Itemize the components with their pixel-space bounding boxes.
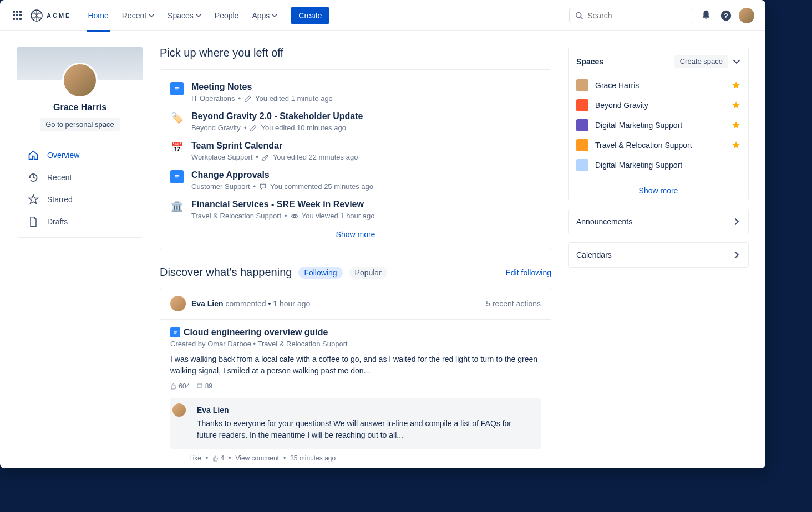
sidenav-drafts[interactable]: Drafts — [22, 211, 138, 233]
feed-author[interactable]: Eva Lien — [191, 299, 224, 308]
spaces-panel-title: Spaces — [576, 57, 603, 66]
pickup-item[interactable]: 🏛️ Financial Services - SRE Week in Revi… — [170, 195, 541, 224]
space-icon — [576, 159, 588, 171]
svg-rect-8 — [175, 176, 179, 177]
logo-text: ACME — [47, 12, 71, 19]
chevron-down-icon — [149, 13, 154, 18]
svg-rect-7 — [175, 175, 179, 176]
space-icon — [576, 99, 588, 111]
doc-title[interactable]: Team Sprint Calendar — [191, 141, 541, 151]
sidenav-recent[interactable]: Recent — [22, 166, 138, 188]
svg-text:?: ? — [724, 11, 728, 19]
announcements-toggle[interactable]: Announcements — [569, 209, 748, 234]
comment-time: 35 minutes ago — [290, 454, 336, 462]
star-icon[interactable]: ★ — [732, 139, 740, 151]
feed-excerpt: I was walking back from a local cafe wit… — [170, 354, 541, 377]
space-item[interactable]: Travel & Relocation Support ★ — [576, 135, 740, 155]
spaces-show-more[interactable]: Show more — [569, 181, 748, 201]
logo-mark-icon — [30, 9, 43, 22]
space-name: Travel & Relocation Support — [595, 141, 725, 150]
emoji-icon: 🏷️ — [170, 111, 184, 125]
home-icon — [27, 149, 39, 161]
space-icon — [576, 79, 588, 91]
space-name: Beyond Gravity — [595, 101, 725, 110]
pickup-title: Pick up where you left off — [160, 47, 551, 59]
pickup-item[interactable]: Meeting Notes IT Operations • You edited… — [170, 78, 541, 107]
pickup-item[interactable]: Change Approvals Customer Support • You … — [170, 166, 541, 195]
emoji-icon: 📅 — [170, 141, 184, 154]
nav-recent[interactable]: Recent — [116, 8, 160, 23]
pickup-item[interactable]: 🏷️ Beyond Gravity 2.0 - Stakeholder Upda… — [170, 107, 541, 136]
comment-text: Thanks to everyone for your questions! W… — [197, 418, 533, 441]
chevron-down-icon — [272, 13, 277, 18]
space-name: Digital Marketing Support — [595, 121, 725, 130]
pickup-show-more[interactable]: Show more — [170, 224, 541, 241]
svg-rect-13 — [174, 333, 176, 334]
view-comment-link[interactable]: View comment — [235, 454, 278, 462]
profile-avatar-large[interactable] — [62, 63, 98, 98]
spaces-expand-button[interactable] — [733, 58, 740, 65]
space-icon — [576, 119, 588, 131]
feed-count: 5 recent actions — [486, 299, 541, 308]
pickup-item[interactable]: 📅 Team Sprint Calendar Workplace Support… — [170, 136, 541, 166]
user-avatar[interactable] — [170, 296, 186, 311]
space-item[interactable]: Beyond Gravity ★ — [576, 95, 740, 115]
nav-spaces[interactable]: Spaces — [162, 8, 207, 23]
sidenav-overview[interactable]: Overview — [22, 144, 138, 166]
help-icon[interactable]: ? — [719, 8, 733, 23]
notifications-icon[interactable] — [699, 8, 713, 23]
star-icon[interactable]: ★ — [732, 99, 740, 111]
edit-following-link[interactable]: Edit following — [506, 268, 552, 277]
svg-point-10 — [293, 215, 296, 217]
chevron-down-icon — [196, 13, 201, 18]
profile-banner — [17, 47, 143, 80]
comment-count[interactable]: 89 — [196, 382, 212, 390]
spaces-panel: Spaces Create space Grace Harris ★ Beyon… — [568, 47, 749, 201]
search-box[interactable] — [569, 8, 693, 23]
svg-rect-5 — [175, 88, 179, 89]
logo[interactable]: ACME — [30, 9, 71, 22]
app-switcher-icon[interactable] — [11, 9, 24, 22]
personal-space-link[interactable]: Go to personal space — [40, 118, 120, 131]
star-icon[interactable]: ★ — [732, 79, 740, 91]
comment-avatar[interactable] — [172, 403, 186, 417]
space-item[interactable]: Grace Harris ★ — [576, 75, 740, 95]
space-item[interactable]: Digital Marketing Support ★ — [576, 115, 740, 135]
feed-doc-title[interactable]: Cloud engineering overview guide — [170, 327, 541, 337]
space-icon — [576, 139, 588, 151]
sidenav-starred[interactable]: Starred — [22, 188, 138, 211]
svg-rect-9 — [175, 178, 178, 178]
create-button[interactable]: Create — [291, 7, 329, 24]
profile-card: Grace Harris Go to personal space Overvi… — [17, 47, 143, 238]
feed-head: Eva Lien commented • 1 hour ago 5 recent… — [160, 288, 551, 320]
tab-following[interactable]: Following — [298, 267, 342, 279]
comment-like-count[interactable]: 4 — [212, 454, 224, 462]
page-icon — [170, 82, 184, 95]
search-input[interactable] — [587, 11, 687, 20]
space-name: Digital Marketing Support — [595, 161, 740, 170]
space-item[interactable]: Digital Marketing Support — [576, 155, 740, 175]
like-count[interactable]: 604 — [170, 382, 190, 390]
doc-title[interactable]: Change Approvals — [191, 170, 541, 180]
star-icon[interactable]: ★ — [732, 119, 740, 131]
doc-title[interactable]: Meeting Notes — [191, 82, 541, 92]
comment-like-button[interactable]: Like — [189, 454, 201, 462]
create-space-button[interactable]: Create space — [674, 55, 728, 68]
chevron-right-icon — [733, 218, 740, 226]
pickup-panel: Meeting Notes IT Operations • You edited… — [160, 69, 551, 249]
clock-icon — [27, 171, 39, 183]
doc-title[interactable]: Beyond Gravity 2.0 - Stakeholder Update — [191, 111, 541, 121]
tab-popular[interactable]: Popular — [349, 267, 387, 279]
nav-apps[interactable]: Apps — [246, 8, 283, 23]
top-navigation: ACME Home Recent Spaces People Apps Crea… — [0, 0, 765, 31]
svg-point-1 — [576, 12, 581, 17]
svg-rect-11 — [174, 331, 177, 332]
profile-avatar[interactable] — [739, 8, 754, 23]
star-icon — [27, 193, 39, 206]
doc-title[interactable]: Financial Services - SRE Week in Review — [191, 199, 541, 209]
comment-author[interactable]: Eva Lien — [197, 406, 533, 414]
nav-people[interactable]: People — [209, 8, 245, 23]
calendars-toggle[interactable]: Calendars — [569, 243, 748, 267]
chevron-right-icon — [733, 251, 740, 259]
nav-home[interactable]: Home — [82, 8, 114, 23]
